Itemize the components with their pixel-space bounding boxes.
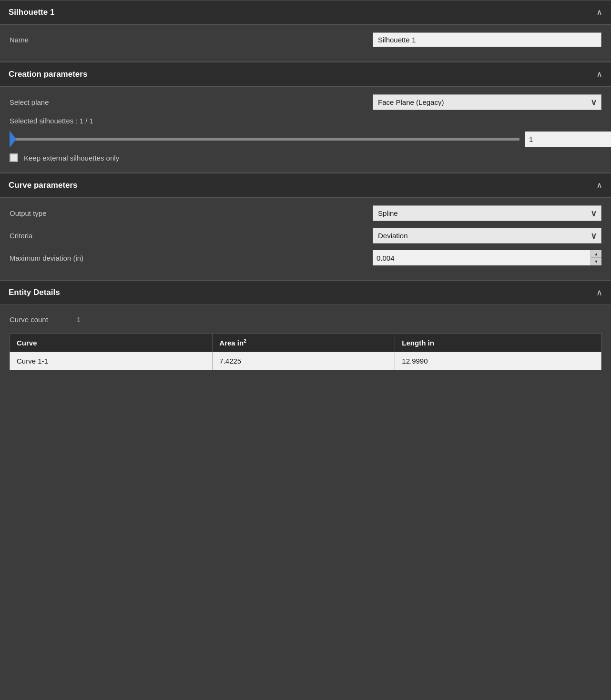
criteria-label: Criteria bbox=[10, 232, 32, 240]
max-deviation-spinner-up[interactable]: ▲ bbox=[591, 250, 601, 258]
max-deviation-row: Maximum deviation (in) ▲ ▼ bbox=[10, 250, 601, 265]
table-header-row: Curve Area in2 Length in bbox=[10, 334, 601, 352]
slider-track bbox=[10, 138, 519, 141]
silhouette-slider-container[interactable] bbox=[10, 132, 519, 147]
entity-section-header[interactable]: Entity Details ∧ bbox=[0, 280, 611, 305]
max-deviation-input[interactable] bbox=[373, 250, 591, 265]
curve-count-value: 1 bbox=[77, 315, 81, 324]
silhouette-section-header[interactable]: Silhouette 1 ∧ bbox=[0, 0, 611, 25]
keep-external-label: Keep external silhouettes only bbox=[24, 154, 119, 162]
name-row: Name bbox=[10, 32, 601, 47]
criteria-dropdown-wrapper: Deviation Chord Height Angular ∨ bbox=[373, 228, 601, 243]
select-plane-dropdown-wrapper: Face Plane (Legacy) XY Plane YZ Plane XZ… bbox=[373, 94, 601, 110]
creation-section-content: Select plane Face Plane (Legacy) XY Plan… bbox=[0, 87, 611, 172]
select-plane-label: Select plane bbox=[10, 98, 49, 106]
criteria-row: Criteria Deviation Chord Height Angular … bbox=[10, 228, 601, 243]
curve-count-row: Curve count 1 bbox=[10, 313, 601, 326]
table-header-area: Area in2 bbox=[213, 334, 395, 352]
curve-collapse-icon[interactable]: ∧ bbox=[596, 180, 602, 191]
criteria-dropdown[interactable]: Deviation Chord Height Angular bbox=[373, 228, 601, 243]
selected-silhouettes-text: Selected silhouettes : 1 / 1 bbox=[10, 117, 601, 125]
max-deviation-spinner: ▲ ▼ bbox=[373, 250, 601, 265]
creation-collapse-icon[interactable]: ∧ bbox=[596, 69, 602, 80]
slider-spinner: ▲ ▼ bbox=[525, 132, 601, 147]
name-input[interactable] bbox=[373, 32, 601, 47]
keep-external-row: Keep external silhouettes only bbox=[10, 153, 601, 162]
max-deviation-spinner-buttons: ▲ ▼ bbox=[591, 250, 601, 265]
table-row: Curve 1-1 7.4225 12.9990 bbox=[10, 352, 601, 370]
curve-section-title: Curve parameters bbox=[9, 181, 78, 190]
name-label: Name bbox=[10, 36, 29, 44]
creation-section-title: Creation parameters bbox=[9, 70, 87, 79]
entity-table: Curve Area in2 Length in Curve 1-1 7.422… bbox=[10, 333, 601, 370]
silhouette-collapse-icon[interactable]: ∧ bbox=[596, 7, 602, 18]
select-plane-dropdown[interactable]: Face Plane (Legacy) XY Plane YZ Plane XZ… bbox=[373, 94, 601, 110]
silhouette-section-title: Silhouette 1 bbox=[9, 8, 54, 17]
slider-value-input[interactable] bbox=[525, 132, 611, 147]
curve-count-label: Curve count bbox=[10, 315, 48, 324]
output-type-dropdown[interactable]: Spline Line Arc bbox=[373, 205, 601, 221]
table-header-curve: Curve bbox=[10, 334, 213, 352]
entity-collapse-icon[interactable]: ∧ bbox=[596, 287, 602, 298]
entity-section-content: Curve count 1 Curve Area in2 Length in C… bbox=[0, 305, 611, 378]
table-cell-length: 12.9990 bbox=[395, 352, 601, 370]
output-type-label: Output type bbox=[10, 209, 47, 217]
slider-thumb[interactable] bbox=[10, 131, 16, 148]
properties-panel: Silhouette 1 ∧ Name Creation parameters … bbox=[0, 0, 611, 378]
slider-row: ▲ ▼ bbox=[10, 132, 601, 147]
output-type-dropdown-wrapper: Spline Line Arc ∨ bbox=[373, 205, 601, 221]
entity-section-title: Entity Details bbox=[9, 288, 60, 297]
curve-section-header[interactable]: Curve parameters ∧ bbox=[0, 173, 611, 198]
max-deviation-spinner-down[interactable]: ▼ bbox=[591, 258, 601, 265]
output-type-row: Output type Spline Line Arc ∨ bbox=[10, 205, 601, 221]
table-header-length: Length in bbox=[395, 334, 601, 352]
table-cell-curve: Curve 1-1 bbox=[10, 352, 213, 370]
table-cell-area: 7.4225 bbox=[213, 352, 395, 370]
max-deviation-label: Maximum deviation (in) bbox=[10, 254, 83, 262]
keep-external-checkbox[interactable] bbox=[10, 153, 18, 162]
select-plane-row: Select plane Face Plane (Legacy) XY Plan… bbox=[10, 94, 601, 110]
silhouette-section-content: Name bbox=[0, 25, 611, 61]
curve-section-content: Output type Spline Line Arc ∨ Criteria D… bbox=[0, 198, 611, 280]
creation-section-header[interactable]: Creation parameters ∧ bbox=[0, 62, 611, 87]
slider-fill bbox=[10, 138, 519, 141]
